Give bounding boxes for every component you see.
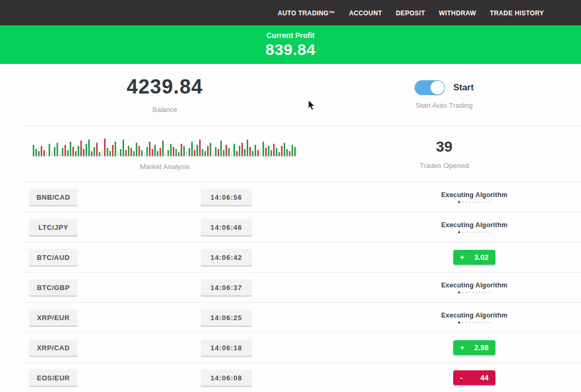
market-bar [215,147,217,156]
trade-pair-badge: EOS/EUR [29,369,78,386]
progress-dot [466,231,467,232]
market-bar [278,152,280,156]
market-analysis-panel: Market Analysis [0,126,307,182]
loss-badge: -44 [453,370,495,385]
profit-banner: Current Profit 839.84 [0,25,581,64]
market-bar [107,148,108,156]
market-bar [173,147,174,156]
progress-dot [483,201,484,202]
market-bar [162,141,164,156]
nav-item-withdraw[interactable]: WITHDRAW [439,10,476,17]
progress-dot [486,322,487,323]
market-bar [136,143,137,156]
market-bar [276,148,277,156]
executing-algorithm-label: Executing Algorithm [441,281,508,288]
progress-dots [441,291,508,293]
market-bar [117,152,119,156]
progress-dot [473,322,474,323]
trade-time-badge: 14:06:56 [201,189,252,205]
market-bar [249,147,251,156]
progress-dot [480,292,481,293]
auto-trading-panel: Start Start Auto Trading [307,64,581,125]
profit-banner-value: 839.84 [266,41,316,59]
trades-opened-panel: 39 Trades Opened [307,126,581,182]
market-bar [236,151,238,156]
market-bar [101,150,103,156]
progress-dot [469,292,470,293]
market-bar [146,147,148,156]
market-bar [91,151,92,156]
progress-dot [463,322,464,323]
market-bar [244,149,246,156]
nav-item-auto-trading[interactable]: AUTO TRADING™ [278,10,335,17]
progress-dot [480,322,481,323]
progress-dot [463,292,464,293]
progress-dots [441,201,508,203]
market-bar [255,145,256,156]
market-bar [78,146,79,156]
market-bar [284,143,285,156]
market-bar [212,152,214,156]
result-sign: + [460,343,464,352]
nav-menu: AUTO TRADING™ACCOUNTDEPOSITWITHDRAWTRADE… [264,8,544,17]
progress-dot [473,201,474,202]
progress-dot [476,231,477,232]
market-bar [292,145,293,156]
market-bar [170,144,172,156]
market-bar [199,139,201,156]
trade-row: LTC/JPY14:06:46Executing Algorithm [0,212,581,242]
market-bar [83,149,85,156]
top-navbar: AUTO TRADING™ACCOUNTDEPOSITWITHDRAWTRADE… [0,0,581,25]
market-bar [175,149,177,156]
progress-dot [469,231,470,232]
market-bar [57,143,58,156]
trade-pair-badge: LTC/JPY [29,219,78,235]
progress-dot [458,231,460,233]
market-bar [191,142,193,156]
progress-dot [476,322,477,323]
market-bar [96,143,98,156]
trade-time-badge: 14:06:08 [201,369,252,386]
balance-label: Balance [153,106,177,114]
market-bar [43,150,45,156]
market-bar [35,149,37,156]
market-bar [157,151,158,156]
start-auto-trading-toggle[interactable] [415,80,445,95]
nav-item-trade-history[interactable]: TRADE HISTORY [490,10,544,17]
trade-time-badge: 14:06:37 [201,279,252,295]
trade-row: XRP/CAD14:06:18+2.98 [0,332,581,362]
progress-dot [476,201,477,202]
market-bar [115,142,116,156]
market-bar [181,144,182,156]
progress-dot [473,292,474,293]
result-amount: 2.98 [474,343,489,352]
market-bar [138,146,140,156]
market-bar [263,142,264,156]
nav-item-deposit[interactable]: DEPOSIT [396,10,425,17]
market-bar [33,145,34,156]
balance-panel: 4239.84 Balance [0,64,307,125]
market-bar [51,151,53,156]
trade-row: EOS/EUR14:06:08-44 [0,362,581,392]
trades-opened-label: Trades Opened [419,162,468,170]
trades-table: BNB/CAD14:06:56Executing AlgorithmLTC/JP… [0,182,581,392]
result-amount: 3.02 [474,253,489,262]
progress-dot [486,292,487,293]
toggle-state-label: Start [453,82,474,93]
trade-pair-badge: BTC/GBP [29,279,78,295]
progress-dot [490,292,491,293]
market-bar [128,146,129,156]
market-bar [72,147,74,156]
progress-dots [441,231,508,233]
progress-dot [466,201,467,202]
trade-row: BTC/AUD14:06:42+3.02 [0,242,581,272]
dashboard: 4239.84 Balance Start Start Auto Trading… [0,64,581,392]
trade-time-badge: 14:06:42 [201,249,252,265]
market-bar [54,147,55,156]
progress-dot [466,292,467,293]
progress-dot [466,322,467,323]
market-bar [286,149,288,156]
nav-item-account[interactable]: ACCOUNT [349,10,382,17]
market-bar [64,145,66,156]
market-bar [46,152,48,156]
